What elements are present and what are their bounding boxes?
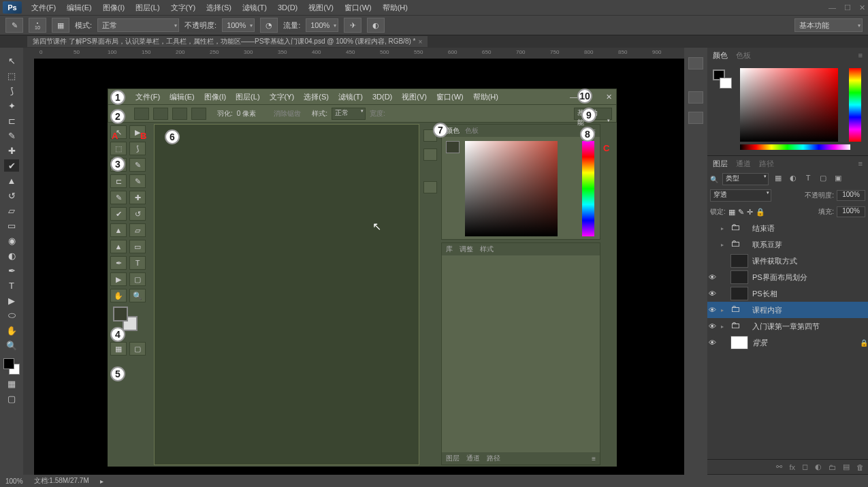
doc-size[interactable]: 文档:1.58M/27.7M (34, 476, 89, 486)
dodge-tool[interactable]: ◐ (4, 249, 19, 262)
character-icon[interactable] (688, 112, 703, 124)
menu-help[interactable]: 帮助(H) (377, 1, 413, 14)
airbrush-icon[interactable]: ✈ (344, 18, 361, 33)
tut-menu-layer[interactable]: 图层(L) (231, 92, 263, 102)
channels-tab[interactable]: 通道 (736, 159, 751, 169)
brush-tool[interactable]: ✔ (4, 159, 19, 172)
tut-tool[interactable]: ▭ (129, 240, 146, 253)
tut-canvas[interactable]: ↖ (154, 124, 419, 465)
panel-menu-icon[interactable]: ≡ (858, 159, 863, 168)
history-icon[interactable] (688, 57, 703, 69)
tut-tool[interactable]: ▦ (110, 342, 127, 356)
opacity-select[interactable]: 100% (222, 18, 255, 32)
tut-tool[interactable]: ↺ (129, 207, 146, 221)
menu-filter[interactable]: 滤镜(T) (237, 1, 272, 14)
history-brush-tool[interactable]: ↺ (4, 189, 19, 202)
tool-preset-icon[interactable]: ✎ (5, 18, 23, 33)
layer-opacity-value[interactable]: 100% (837, 190, 865, 201)
document-tab[interactable]: 第四节课件 了解PS界面布局，认识菜单栏，工具栏，属性栏，功能区——PS零基础入… (27, 36, 428, 47)
panel-menu-icon[interactable]: ≡ (858, 51, 863, 59)
blur-tool[interactable]: ◉ (4, 234, 19, 247)
filter-smart-icon[interactable]: ▣ (833, 174, 843, 185)
layer-row[interactable]: ▸🗀联系豆芽 (707, 236, 868, 253)
menu-select[interactable]: 选择(S) (201, 1, 237, 14)
pressure-opacity-icon[interactable]: ◔ (260, 18, 278, 33)
swatches-tab[interactable]: 色板 (736, 50, 751, 61)
path-select-tool[interactable]: ▶ (4, 294, 19, 307)
brush-size-icon[interactable]: •10 (29, 18, 46, 33)
screenmode-tool[interactable]: ▢ (4, 392, 19, 405)
color-tab[interactable]: 颜色 (713, 50, 728, 61)
layer-row[interactable]: 👁PS界面布局划分 (707, 269, 868, 285)
tut-channels-tab[interactable]: 通道 (466, 454, 480, 463)
maximize-icon[interactable]: ☐ (844, 3, 851, 12)
type-tool[interactable]: T (4, 279, 19, 292)
gradient-tool[interactable]: ▭ (4, 219, 19, 232)
brush-panel-icon[interactable]: ▦ (52, 18, 69, 33)
layer-row[interactable]: 👁PS长相 (707, 285, 868, 302)
tut-adjust-tab[interactable]: 调整 (460, 245, 473, 254)
tut-paths-tab[interactable]: 路径 (487, 454, 500, 463)
layer-row[interactable]: 👁背景🔒 (707, 334, 868, 351)
fg-color[interactable] (3, 358, 14, 369)
delete-icon[interactable]: 🗑 (856, 463, 864, 471)
layer-row[interactable]: 👁▸🗀入门课第一章第四节 (707, 318, 868, 334)
link-icon[interactable]: ⚯ (776, 462, 782, 471)
flow-select[interactable]: 100% (306, 18, 338, 32)
tut-menu-file[interactable]: 文件(F) (131, 92, 164, 102)
pen-tool[interactable]: ✒ (4, 264, 19, 277)
menu-3d[interactable]: 3D(D) (272, 2, 303, 13)
tut-hue-slider[interactable] (582, 141, 594, 236)
tut-close-icon[interactable]: ✕ (606, 93, 612, 101)
tut-menu-filter[interactable]: 滤镜(T) (334, 92, 367, 102)
tut-color-picker[interactable] (465, 141, 558, 236)
expand-icon[interactable]: ▸ (721, 225, 726, 232)
layer-row[interactable]: 课件获取方式 (707, 253, 868, 269)
filter-adjust-icon[interactable]: ◐ (788, 174, 799, 185)
tut-layers-tab[interactable]: 图层 (446, 454, 460, 463)
expand-icon[interactable]: ▸ (721, 307, 726, 313)
visibility-icon[interactable]: 👁 (707, 306, 717, 314)
tut-tool[interactable]: ✎ (110, 191, 127, 204)
tut-tool[interactable]: ✎ (129, 158, 146, 172)
zoom-tool[interactable]: 🔍 (4, 339, 19, 351)
tut-tool[interactable]: ✔ (110, 207, 127, 221)
tut-tool[interactable]: ⊏ (110, 174, 127, 188)
tut-fg-swatch[interactable] (446, 141, 460, 153)
tut-feather-value[interactable]: 0 像素 (237, 109, 256, 119)
layers-tab[interactable]: 图层 (713, 159, 728, 169)
shape-tool[interactable]: ⬭ (4, 309, 19, 321)
group-icon[interactable]: 🗀 (829, 463, 836, 471)
adjustment-icon[interactable]: ◐ (815, 462, 822, 471)
status-arrow-icon[interactable]: ▸ (100, 477, 103, 485)
doc-close-icon[interactable]: × (418, 38, 422, 46)
filter-type-icon[interactable]: T (803, 174, 814, 185)
lock-all-icon[interactable]: 🔒 (756, 208, 765, 217)
hue-slider[interactable] (849, 68, 861, 142)
color-swatch[interactable] (3, 358, 20, 375)
tut-menu-image[interactable]: 图像(I) (200, 92, 230, 102)
tut-tool[interactable]: ✒ (110, 256, 127, 270)
expand-icon[interactable]: ▸ (721, 324, 726, 330)
menu-file[interactable]: 文件(F) (26, 1, 61, 14)
lasso-tool[interactable]: ⟆ (4, 84, 19, 97)
bg-color-swatch[interactable] (720, 78, 732, 89)
stamp-tool[interactable]: ▲ (4, 174, 19, 187)
filter-shape-icon[interactable]: ▢ (818, 174, 829, 185)
tut-menu-help[interactable]: 帮助(H) (469, 92, 502, 102)
menu-image[interactable]: 图像(I) (97, 1, 130, 14)
tut-tool[interactable]: ▢ (129, 272, 146, 286)
menu-layer[interactable]: 图层(L) (130, 1, 165, 14)
tut-swatch-tab[interactable]: 色板 (465, 126, 479, 136)
properties-icon[interactable] (688, 91, 703, 104)
tut-menu-window[interactable]: 窗口(W) (432, 92, 468, 102)
menu-window[interactable]: 窗口(W) (339, 1, 377, 14)
tut-menu-view[interactable]: 视图(V) (398, 92, 431, 102)
lock-pixel-icon[interactable]: ✎ (738, 208, 744, 217)
blend-mode-select[interactable]: 正常 (97, 18, 179, 32)
menu-view[interactable]: 视图(V) (303, 1, 339, 14)
menu-edit[interactable]: 编辑(E) (61, 1, 97, 14)
eyedropper-tool[interactable]: ✎ (4, 129, 19, 142)
tut-opt-int[interactable] (191, 108, 206, 120)
color-strip[interactable] (740, 144, 850, 150)
